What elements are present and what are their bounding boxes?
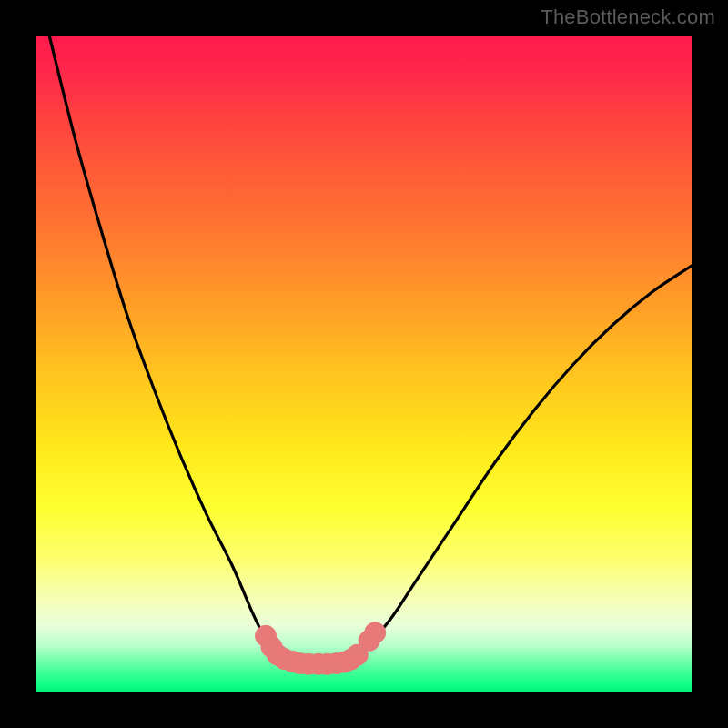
attribution-text: TheBottleneck.com <box>541 5 715 29</box>
marker-group <box>255 622 385 675</box>
chart-svg <box>36 36 692 692</box>
outer-frame: TheBottleneck.com <box>0 0 728 728</box>
curve-marker <box>365 622 386 643</box>
bottleneck-curve <box>49 36 692 664</box>
plot-area <box>36 36 692 692</box>
